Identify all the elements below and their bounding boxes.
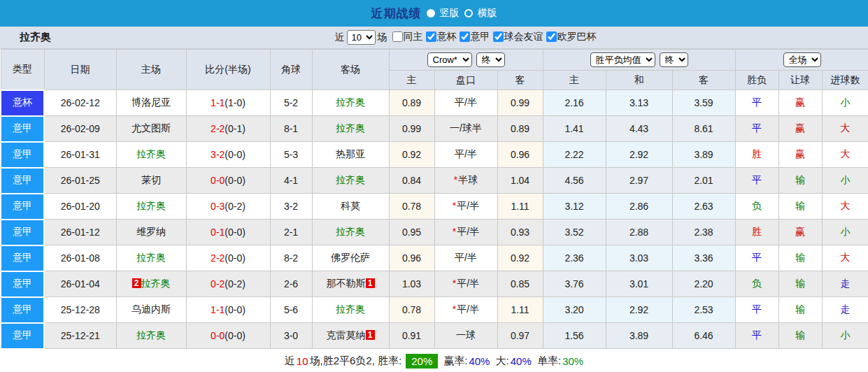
cell-score: 2-2(0-0)	[186, 245, 270, 271]
games-label: 场	[378, 31, 387, 44]
radio-vertical-layout[interactable]	[427, 9, 435, 17]
handicap-change-star: *	[454, 174, 457, 185]
cell-date: 26-01-20	[44, 194, 116, 220]
team-name: 拉齐奥	[336, 122, 365, 134]
bookmaker-select[interactable]: Crow*	[427, 52, 472, 67]
cell-date: 26-01-12	[44, 220, 116, 245]
half-time-score: (0-0)	[225, 330, 246, 341]
recent-label: 近	[335, 31, 345, 44]
filter-checkbox[interactable]	[460, 31, 470, 42]
cell-away-team: 热那亚	[312, 142, 389, 168]
cell-handicap-result: 输	[778, 168, 822, 194]
header-mean-home: 主	[543, 71, 606, 90]
rank-badge: 1	[366, 278, 375, 288]
recent-count-select[interactable]: 10	[347, 30, 376, 45]
filter-checkbox[interactable]	[546, 31, 557, 42]
period-select[interactable]: 全场	[783, 52, 821, 67]
cell-result: 平	[735, 168, 778, 194]
radio-horizontal-label[interactable]: 横版	[478, 7, 497, 20]
cell-odds-home: 0.99	[389, 116, 434, 142]
cell-home-team: 莱切	[116, 168, 186, 194]
cell-away-team: 佛罗伦萨	[312, 245, 389, 271]
single-label: 单率:	[537, 355, 561, 368]
full-time-score: 0-0	[211, 330, 225, 341]
cell-away-team: 拉齐奥	[312, 168, 389, 194]
cell-handicap-result: 输	[778, 271, 822, 297]
mean-group-header: 胜平负均值 终	[543, 50, 735, 71]
cell-result: 负	[735, 271, 778, 297]
mean-type-select[interactable]: 胜平负均值	[590, 52, 655, 67]
cell-result: 负	[735, 194, 778, 220]
cell-handicap: 平/半	[434, 245, 497, 271]
cell-odds-away: 0.92	[497, 245, 543, 271]
cell-corners: 3-0	[270, 323, 312, 349]
single-value: 30%	[562, 355, 583, 367]
odds-group-header: Crow* 终	[389, 50, 543, 71]
cell-handicap-result: 赢	[778, 220, 822, 245]
cell-away-team: 拉齐奥	[312, 220, 389, 245]
cell-handicap: *平/半	[434, 271, 497, 297]
header-handicap: 盘口	[434, 71, 497, 90]
cell-goals-result: 小	[822, 220, 868, 245]
cell-date: 26-01-25	[44, 168, 116, 194]
filter-checkbox-group[interactable]: 意杯	[426, 31, 457, 43]
filter-checkbox-group[interactable]: 球会友谊	[493, 31, 543, 43]
filter-checkbox-group[interactable]: 欧罗巴杯	[546, 31, 597, 43]
cell-goals-result: 大	[822, 194, 868, 220]
cell-mean-draw: 3.01	[606, 271, 672, 297]
header-mean-draw: 和	[606, 71, 672, 90]
cell-mean-away: 2.20	[672, 271, 735, 297]
cell-corners: 2-1	[270, 220, 312, 245]
cell-match-type: 意杯	[1, 90, 44, 116]
cell-date: 26-02-09	[44, 116, 116, 142]
cell-goals-result: 小	[822, 323, 868, 349]
full-time-score: 0-1	[211, 227, 225, 238]
filter-checkbox[interactable]	[392, 31, 403, 42]
half-time-score: (1-0)	[225, 97, 246, 108]
radio-vertical-label[interactable]: 竖版	[440, 7, 460, 20]
cell-mean-home: 3.20	[543, 297, 606, 323]
cell-date: 26-01-31	[44, 142, 116, 168]
cell-mean-home: 4.56	[543, 168, 606, 194]
summary-prefix: 近	[285, 355, 295, 368]
cell-result: 平	[735, 323, 778, 349]
cell-odds-home: 0.84	[389, 168, 434, 194]
header-handicap-result: 让球	[778, 71, 822, 90]
cell-mean-home: 2.16	[543, 90, 606, 116]
cell-match-type: 意甲	[1, 194, 44, 220]
filter-checkbox[interactable]	[426, 31, 436, 42]
cell-mean-draw: 2.88	[606, 220, 672, 245]
team-name: 拉齐奥	[136, 252, 166, 263]
cell-home-team: 尤文图斯	[116, 116, 186, 142]
cell-mean-home: 2.36	[543, 245, 606, 271]
filter-checkboxes: 同主意杯意甲球会友谊欧罗巴杯	[390, 31, 597, 45]
cell-score: 0-0(0-0)	[186, 323, 270, 349]
cell-mean-away: 2.01	[672, 168, 735, 194]
odds-time-select-2[interactable]: 终	[660, 52, 688, 67]
table-row: 意甲26-01-31拉齐奥3-2(0-0)5-3热那亚0.92平/半0.962.…	[1, 142, 868, 168]
cell-score: 1-1(0-0)	[186, 297, 270, 323]
cell-odds-home: 0.95	[389, 220, 434, 245]
cell-handicap-result: 输	[778, 245, 822, 271]
cell-handicap-result: 输	[778, 297, 822, 323]
cell-goals-result: 大	[822, 116, 868, 142]
filter-checkbox[interactable]	[493, 31, 504, 42]
full-time-score: 2-2	[211, 252, 225, 264]
radio-horizontal-layout[interactable]	[464, 9, 473, 17]
team-name: 拉齐奥	[136, 329, 166, 341]
filter-checkbox-label: 意甲	[471, 31, 490, 43]
filter-checkbox-group[interactable]: 同主	[392, 31, 423, 43]
filter-controls: 近 10 场 同主意杯意甲球会友谊欧罗巴杯	[272, 30, 597, 45]
summary-text: 场,胜2平6负2, 胜率:	[310, 355, 402, 368]
filter-bar: 拉齐奥 近 10 场 同主意杯意甲球会友谊欧罗巴杯	[0, 27, 868, 49]
page-title: 近期战绩	[371, 6, 422, 22]
half-time-score: (0-1)	[225, 123, 246, 134]
cell-mean-home: 2.22	[543, 142, 606, 168]
odds-time-select-1[interactable]: 终	[476, 52, 505, 67]
full-time-score: 1-1	[211, 304, 225, 315]
cell-match-type: 意甲	[1, 323, 44, 349]
cell-home-team: 2拉齐奥	[116, 271, 186, 297]
filter-checkbox-group[interactable]: 意甲	[460, 31, 490, 43]
cell-handicap: *平/半	[434, 220, 497, 245]
cell-goals-result: 大	[822, 142, 868, 168]
